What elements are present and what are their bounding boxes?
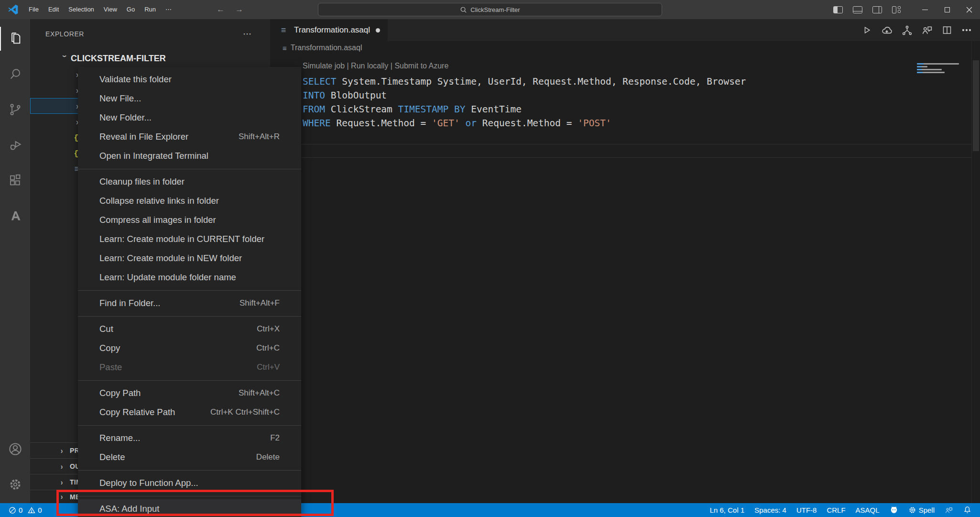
asaql-file-icon: ≡ <box>278 25 289 35</box>
explorer-icon[interactable] <box>0 23 30 55</box>
chevron-down-icon: › <box>60 55 70 62</box>
warning-icon <box>28 506 35 514</box>
encoding[interactable]: UTF-8 <box>795 506 819 514</box>
code-editor[interactable]: SELECT System.Timestamp Systime, UserId,… <box>270 75 980 130</box>
menu-item-reveal-in-file-explorer[interactable]: Reveal in File ExplorerShift+Alt+R <box>78 127 301 146</box>
menu-item-copy-relative-path[interactable]: Copy Relative PathCtrl+K Ctrl+Shift+C <box>78 403 301 422</box>
menu-item-shortcut: Shift+Alt+F <box>240 298 280 308</box>
menubar-item-[interactable]: ⋯ <box>161 0 176 19</box>
indentation[interactable]: Spaces: 4 <box>752 506 788 514</box>
toggle-sidebar-icon[interactable] <box>833 6 843 13</box>
account-icon[interactable] <box>0 433 30 465</box>
menu-item-shortcut: Ctrl+X <box>257 324 280 334</box>
error-icon <box>9 506 16 514</box>
menu-item-shortcut: F2 <box>270 433 280 443</box>
tab-transformation-asaql[interactable]: ≡ Transformation.asaql <box>270 19 388 41</box>
customize-layout-icon[interactable] <box>892 6 902 13</box>
menu-item-paste: PasteCtrl+V <box>78 358 301 377</box>
menu-separator <box>78 290 301 291</box>
editor-actions <box>861 19 980 41</box>
run-debug-icon[interactable] <box>0 129 30 161</box>
spell-checker-status[interactable]: Spell <box>906 506 936 514</box>
menu-item-rename[interactable]: Rename...F2 <box>78 429 301 448</box>
notifications-status[interactable] <box>961 506 973 514</box>
menu-item-collapse-relative-links-in-folder[interactable]: Collapse relative links in folder <box>78 191 301 210</box>
language-mode[interactable]: ASAQL <box>854 506 882 514</box>
github-status[interactable] <box>888 506 900 515</box>
azure-icon[interactable] <box>0 200 30 231</box>
menu-item-copy[interactable]: CopyCtrl+C <box>78 339 301 358</box>
menu-item-cleanup-files-in-folder[interactable]: Cleanup files in folder <box>78 172 301 191</box>
editor-area: ≡ Transformation.asaql ≡ Transformation.… <box>270 19 980 503</box>
minimap[interactable] <box>917 63 969 75</box>
hierarchy-icon[interactable] <box>901 24 913 36</box>
spell-gear-icon <box>908 506 916 514</box>
menu-separator <box>78 380 301 381</box>
menubar-item-file[interactable]: File <box>24 0 44 19</box>
explorer-context-menu: Validate this folderNew File...New Folde… <box>78 67 301 517</box>
settings-gear-icon[interactable] <box>0 469 30 500</box>
dirty-indicator-dot[interactable] <box>376 28 380 33</box>
code-line[interactable]: FROM ClickStream TIMESTAMP BY EventTime <box>303 102 980 116</box>
cursor-position[interactable]: Ln 6, Col 1 <box>708 506 747 514</box>
code-line[interactable]: WHERE Request.Method = 'GET' or Request.… <box>303 116 980 130</box>
chevron-right-icon: › <box>61 446 69 455</box>
menu-item-shortcut: Ctrl+K Ctrl+Shift+C <box>210 407 280 417</box>
menu-item-deploy-to-function-app[interactable]: Deploy to Function App... <box>78 473 301 493</box>
menubar-item-view[interactable]: View <box>99 0 122 19</box>
asaql-file-icon: ≡ <box>283 44 287 52</box>
chevron-right-icon: › <box>61 492 69 501</box>
menu-item-shortcut: Ctrl+C <box>256 343 280 353</box>
github-octocat-icon <box>890 506 898 515</box>
run-icon[interactable] <box>861 24 872 36</box>
menu-item-find-in-folder[interactable]: Find in Folder...Shift+Alt+F <box>78 294 301 313</box>
window-minimize-button[interactable] <box>914 0 936 19</box>
nav-back-icon[interactable]: ← <box>217 5 225 14</box>
split-editor-icon[interactable] <box>941 24 953 36</box>
source-control-icon[interactable] <box>0 94 30 125</box>
sidebar-title: EXPLORER <box>45 30 84 38</box>
menu-item-learn-update-module-folder-name[interactable]: Learn: Update module folder name <box>78 268 301 287</box>
toggle-secondary-sidebar-icon[interactable] <box>872 6 882 13</box>
menu-item-shortcut: Ctrl+V <box>257 363 280 372</box>
menu-item-learn-create-module-in-new-folder[interactable]: Learn: Create module in NEW folder <box>78 249 301 268</box>
feedback-status[interactable] <box>943 506 955 515</box>
menubar-item-selection[interactable]: Selection <box>64 0 98 19</box>
menu-item-open-in-integrated-terminal[interactable]: Open in Integrated Terminal <box>78 146 301 165</box>
menu-item-copy-path[interactable]: Copy PathShift+Alt+C <box>78 384 301 403</box>
sidebar-more-actions-button[interactable]: ⋯ <box>243 29 252 39</box>
menu-item-new-folder[interactable]: New Folder... <box>78 108 301 127</box>
search-sidebar-icon[interactable] <box>0 58 30 90</box>
code-line[interactable]: INTO BlobOutput <box>303 88 980 102</box>
feedback-icon[interactable] <box>921 24 933 36</box>
code-line[interactable]: SELECT System.Timestamp Systime, UserId,… <box>303 75 980 88</box>
menu-separator <box>78 470 301 471</box>
menu-item-asa-add-input[interactable]: ASA: Add Input <box>78 499 301 517</box>
menu-item-new-file[interactable]: New File... <box>78 89 301 108</box>
window-maximize-button[interactable] <box>936 0 958 19</box>
menu-item-learn-create-module-in-current-folder[interactable]: Learn: Create module in CURRENT folder <box>78 230 301 249</box>
chevron-right-icon: › <box>61 478 69 487</box>
menu-separator <box>78 316 301 317</box>
extensions-icon[interactable] <box>0 165 30 196</box>
menubar-item-go[interactable]: Go <box>122 0 140 19</box>
eol-sequence[interactable]: CRLF <box>825 506 847 514</box>
cloud-upload-icon[interactable] <box>881 24 893 36</box>
command-center-search[interactable]: ClickStream-Filter <box>318 3 662 16</box>
menu-separator <box>78 496 301 496</box>
tree-root-folder[interactable]: › CLICKSTREAM-FILTER <box>30 51 270 66</box>
menu-item-delete[interactable]: DeleteDelete <box>78 448 301 467</box>
menubar-item-run[interactable]: Run <box>140 0 161 19</box>
toggle-panel-icon[interactable] <box>853 6 862 13</box>
nav-forward-icon[interactable]: → <box>235 5 243 14</box>
menu-item-cut[interactable]: CutCtrl+X <box>78 319 301 339</box>
breadcrumb[interactable]: ≡ Transformation.asaql <box>270 41 980 55</box>
more-actions-icon[interactable] <box>961 24 972 36</box>
problems-status[interactable]: 0 0 <box>7 503 44 517</box>
window-close-button[interactable] <box>958 0 980 19</box>
menu-item-compress-all-images-in-folder[interactable]: Compress all images in folder <box>78 210 301 230</box>
menubar-item-edit[interactable]: Edit <box>44 0 64 19</box>
codelens-actions[interactable]: Simulate job | Run locally | Submit to A… <box>270 61 980 75</box>
menu-item-validate-this-folder[interactable]: Validate this folder <box>78 70 301 89</box>
menubar: FileEditSelectionViewGoRun⋯ <box>24 0 176 19</box>
